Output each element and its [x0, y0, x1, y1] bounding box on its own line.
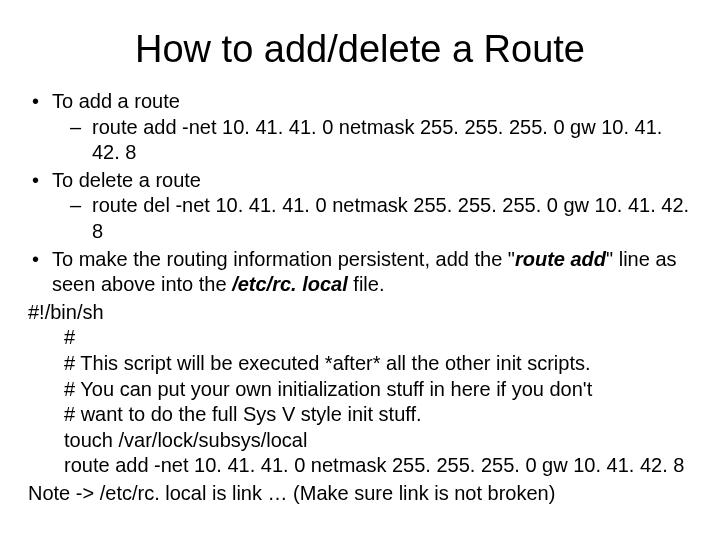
bullet-add-route: To add a route route add -net 10. 41. 41… [28, 89, 692, 166]
script-line: # want to do the full Sys V style init s… [64, 402, 692, 428]
bullet-text-em: route add [515, 248, 606, 270]
slide-title: How to add/delete a Route [28, 28, 692, 71]
sub-bullet-text: route del -net 10. 41. 41. 0 netmask 255… [92, 194, 689, 242]
script-line: # This script will be executed *after* a… [64, 351, 692, 377]
sub-list: route del -net 10. 41. 41. 0 netmask 255… [52, 193, 692, 244]
script-line-shebang: #!/bin/sh [28, 300, 692, 326]
bullet-text-pre: To make the routing information persiste… [52, 248, 515, 270]
script-line: # [64, 325, 692, 351]
bullet-delete-route: To delete a route route del -net 10. 41.… [28, 168, 692, 245]
script-line-route-add: route add -net 10. 41. 41. 0 netmask 255… [64, 453, 692, 479]
bullet-text-em2: /etc/rc. local [232, 273, 348, 295]
sub-bullet-route-del-cmd: route del -net 10. 41. 41. 0 netmask 255… [64, 193, 692, 244]
slide: How to add/delete a Route To add a route… [0, 0, 720, 540]
bullet-persistent: To make the routing information persiste… [28, 247, 692, 298]
sub-bullet-text: route add -net 10. 41. 41. 0 netmask 255… [92, 116, 662, 164]
bullet-text-post: file. [348, 273, 385, 295]
slide-body: To add a route route add -net 10. 41. 41… [28, 89, 692, 507]
sub-bullet-route-add-cmd: route add -net 10. 41. 41. 0 netmask 255… [64, 115, 692, 166]
sub-list: route add -net 10. 41. 41. 0 netmask 255… [52, 115, 692, 166]
note-line: Note -> /etc/rc. local is link … (Make s… [28, 481, 692, 507]
bullet-text: To delete a route [52, 169, 201, 191]
script-line-touch: touch /var/lock/subsys/local [64, 428, 692, 454]
bullet-list: To add a route route add -net 10. 41. 41… [28, 89, 692, 298]
bullet-text: To add a route [52, 90, 180, 112]
script-line: # You can put your own initialization st… [64, 377, 692, 403]
script-block: #!/bin/sh # # This script will be execut… [28, 300, 692, 479]
